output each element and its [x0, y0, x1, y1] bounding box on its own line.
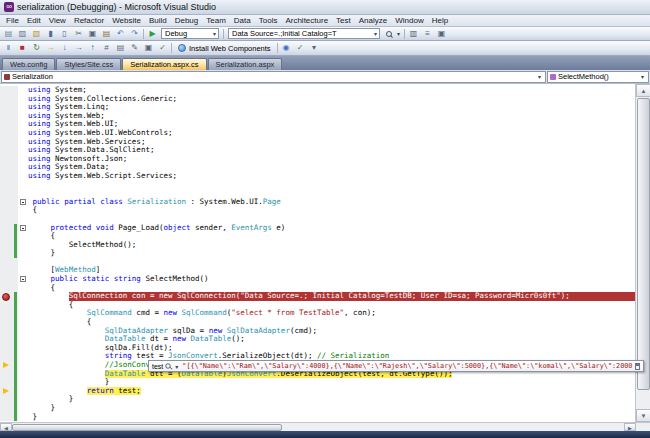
- restart-icon[interactable]: ↻: [30, 42, 43, 54]
- editor-margin[interactable]: [0, 284, 18, 293]
- editor-margin[interactable]: [0, 103, 18, 112]
- editor-margin[interactable]: [0, 361, 18, 370]
- save-icon[interactable]: ▮: [44, 28, 57, 40]
- scroll-down-arrow-icon[interactable]: ▼: [636, 409, 650, 422]
- cut-icon[interactable]: ✂: [72, 28, 85, 40]
- editor-margin[interactable]: [0, 378, 18, 387]
- editor-margin[interactable]: [0, 163, 18, 172]
- editor-margin[interactable]: [0, 309, 18, 318]
- editor-margin[interactable]: [0, 344, 18, 353]
- pin-icon[interactable]: [635, 363, 640, 370]
- style-sheet-icon[interactable]: ▣: [142, 42, 155, 54]
- search-icon[interactable]: [382, 28, 395, 40]
- code-line[interactable]: public static string SelectMethod(): [0, 275, 635, 284]
- code-line[interactable]: }: [0, 395, 635, 404]
- menu-architecture[interactable]: Architecture: [281, 16, 332, 25]
- code-line[interactable]: using System.Web.Script.Services;: [0, 172, 635, 181]
- code-line[interactable]: public partial class Serialization : Sys…: [0, 198, 635, 207]
- accessibility-check-icon[interactable]: ✓: [294, 42, 307, 54]
- solution-explorer-icon[interactable]: ≡: [421, 28, 434, 40]
- chevron-down-icon[interactable]: ▾: [173, 363, 180, 370]
- editor-margin[interactable]: [0, 129, 18, 138]
- tab-styles-site-css[interactable]: Styles/Site.css: [56, 58, 121, 70]
- editor-margin[interactable]: [0, 335, 18, 344]
- code-line[interactable]: }: [0, 413, 635, 422]
- scroll-right-arrow-icon[interactable]: ▶: [624, 423, 636, 431]
- editor-margin[interactable]: [0, 206, 18, 215]
- step-over-icon[interactable]: →: [72, 42, 85, 54]
- editor-margin[interactable]: [0, 413, 18, 422]
- add-item-icon[interactable]: ▨: [16, 28, 29, 40]
- redo-icon[interactable]: ↷: [128, 28, 141, 40]
- chevron-down-icon[interactable]: ▾: [395, 30, 402, 37]
- menu-test[interactable]: Test: [332, 16, 355, 25]
- solution-configurations-combo[interactable]: Debug ▾: [161, 28, 219, 39]
- editor-margin[interactable]: [0, 404, 18, 413]
- editor-margin[interactable]: [0, 172, 18, 181]
- code-line[interactable]: }: [0, 404, 635, 413]
- tab-web-config[interactable]: Web.config: [2, 58, 55, 70]
- open-file-icon[interactable]: ▧: [30, 28, 43, 40]
- editor-margin[interactable]: [0, 95, 18, 104]
- hex-display-icon[interactable]: #: [100, 42, 113, 54]
- editor-margin[interactable]: [0, 198, 18, 207]
- editor-margin[interactable]: [0, 215, 18, 224]
- menu-build[interactable]: Build: [145, 16, 171, 25]
- editor-margin[interactable]: [0, 352, 18, 361]
- paste-icon[interactable]: ▤: [100, 28, 113, 40]
- code-line[interactable]: [0, 181, 635, 190]
- tab-serialization-aspx-cs[interactable]: Serialization.aspx.cs: [122, 58, 206, 70]
- menu-file[interactable]: File: [2, 16, 23, 25]
- step-into-icon[interactable]: ↓: [58, 42, 71, 54]
- editor-margin[interactable]: [0, 266, 18, 275]
- menu-edit[interactable]: Edit: [23, 16, 45, 25]
- horizontal-scroll-thumb[interactable]: [12, 424, 282, 431]
- code-line[interactable]: {: [0, 206, 635, 215]
- copy-icon[interactable]: ▣: [86, 28, 99, 40]
- editor-margin[interactable]: [0, 395, 18, 404]
- outline-collapse-box[interactable]: [20, 276, 26, 282]
- output-window-icon[interactable]: ▤: [114, 42, 127, 54]
- toolbox-icon[interactable]: ▣: [435, 28, 448, 40]
- stop-debug-icon[interactable]: ■: [16, 42, 29, 54]
- menu-analyze[interactable]: Analyze: [355, 16, 391, 25]
- editor-margin[interactable]: [0, 258, 18, 267]
- menu-data[interactable]: Data: [230, 16, 255, 25]
- vertical-scroll-thumb[interactable]: [637, 98, 650, 390]
- editor-margin[interactable]: [0, 301, 18, 310]
- edit-html-icon[interactable]: ✎: [128, 42, 141, 54]
- menu-view[interactable]: View: [45, 16, 70, 25]
- browse-with-icon[interactable]: ◉: [280, 42, 293, 54]
- properties-window-icon[interactable]: ▥: [407, 28, 420, 40]
- undo-icon[interactable]: ↶: [114, 28, 127, 40]
- code-line[interactable]: }: [0, 249, 635, 258]
- members-combo[interactable]: SelectMethod() ▾: [547, 71, 649, 83]
- break-all-icon[interactable]: ‖: [2, 42, 15, 54]
- new-project-icon[interactable]: ▤: [2, 28, 15, 40]
- editor-margin[interactable]: [0, 370, 18, 379]
- editor-margin[interactable]: [0, 249, 18, 258]
- editor-margin[interactable]: [0, 275, 18, 284]
- editor-margin[interactable]: [0, 318, 18, 327]
- editor-margin[interactable]: [0, 327, 18, 336]
- editor-margin[interactable]: [0, 146, 18, 155]
- install-web-components-button[interactable]: Install Web Components: [174, 42, 275, 54]
- editor-margin[interactable]: [0, 86, 18, 95]
- menu-team[interactable]: Team: [202, 16, 230, 25]
- breakpoint-indicator[interactable]: [2, 293, 10, 301]
- code-line[interactable]: SqlCommand cmd = new SqlCommand("select …: [0, 309, 635, 318]
- code-line[interactable]: protected void Page_Load(object sender, …: [0, 224, 635, 233]
- save-all-icon[interactable]: ▯: [58, 28, 71, 40]
- tab-serialization-aspx[interactable]: Serialization.aspx: [208, 58, 283, 70]
- editor-margin[interactable]: [0, 292, 18, 301]
- editor-margin[interactable]: [0, 224, 18, 233]
- editor-margin[interactable]: [0, 189, 18, 198]
- code-line[interactable]: SqlConnection con = new SqlConnection("D…: [0, 292, 635, 301]
- outline-collapse-box[interactable]: [20, 199, 26, 205]
- menu-debug[interactable]: Debug: [171, 16, 203, 25]
- horizontal-scrollbar[interactable]: ◀ ▶: [0, 422, 650, 431]
- scroll-left-arrow-icon[interactable]: ◀: [0, 423, 12, 431]
- editor-margin[interactable]: [0, 387, 18, 396]
- code-line[interactable]: return test;: [0, 387, 635, 396]
- menu-website[interactable]: Website: [108, 16, 145, 25]
